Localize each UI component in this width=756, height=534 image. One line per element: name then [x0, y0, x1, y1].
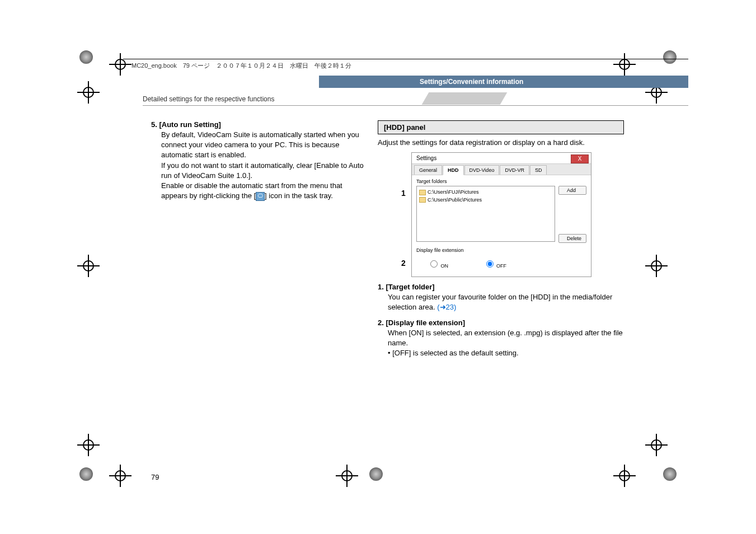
item5-p3: Enable or disable the automatic start fr… [161, 181, 369, 201]
target-folders-label: Target folders [416, 179, 586, 184]
item5-p1: By default, VideoCam Suite is automatica… [161, 130, 369, 161]
section-title: Settings/Convenient information [420, 78, 523, 86]
window-title: Settings [416, 155, 436, 161]
tab-general[interactable]: General [414, 165, 442, 175]
subheader-accent [422, 92, 508, 105]
item2-body-a: When [ON] is selected, an extension (e.g… [388, 328, 624, 348]
screenshot-settings-window: Settings X General HDD DVD-Video DVD-VR … [411, 152, 591, 277]
tray-icon: 🖵 [256, 192, 265, 201]
item5-p2: If you do not want to start it automatic… [161, 161, 369, 181]
hdd-panel-title: [HDD] panel [378, 120, 624, 134]
link-p23[interactable]: (➜23) [437, 303, 456, 311]
item1-heading: 1. [Target folder] [378, 283, 624, 291]
header-rule [123, 59, 688, 59]
subheader: Detailed settings for the respective fun… [143, 95, 274, 103]
tab-hdd[interactable]: HDD [443, 165, 464, 175]
tab-dvd-vr[interactable]: DVD-VR [500, 165, 529, 175]
tab-dvd-video[interactable]: DVD-Video [464, 165, 500, 175]
folder-icon [419, 190, 426, 195]
hdd-panel-desc: Adjust the settings for data registratio… [378, 138, 624, 148]
tabs: General HDD DVD-Video DVD-VR SD [412, 164, 591, 175]
folder-list[interactable]: C:\Users\FUJI\Pictures C:\Users\Public\P… [416, 186, 555, 242]
subheader-rule [143, 105, 688, 106]
close-button[interactable]: X [571, 154, 589, 163]
item2-body-b: • [OFF] is selected as the default setti… [388, 348, 624, 358]
callout-1: 1 [401, 189, 406, 198]
display-ext-label: Display file extension [416, 247, 586, 253]
folder-item[interactable]: C:\Users\FUJI\Pictures [419, 189, 552, 196]
file-header: MC20_eng.book 79 ページ ２００７年１０月２４日 水曜日 午後２… [132, 62, 351, 70]
callout-2: 2 [401, 259, 406, 268]
radio-off[interactable]: OFF [483, 263, 507, 269]
delete-button[interactable]: Delete [558, 234, 586, 243]
item1-body: You can register your favourite folder o… [388, 292, 624, 312]
item5-heading: 5. [Auto run Setting] [151, 120, 369, 129]
add-button[interactable]: Add [558, 186, 586, 195]
page-number: 79 [151, 473, 159, 481]
item2-heading: 2. [Display file extension] [378, 318, 624, 327]
folder-item[interactable]: C:\Users\Public\Pictures [419, 196, 552, 204]
tab-sd[interactable]: SD [530, 165, 547, 175]
radio-on[interactable]: ON [428, 263, 448, 269]
folder-icon [419, 197, 426, 203]
section-bar: Settings/Convenient information [319, 76, 688, 88]
